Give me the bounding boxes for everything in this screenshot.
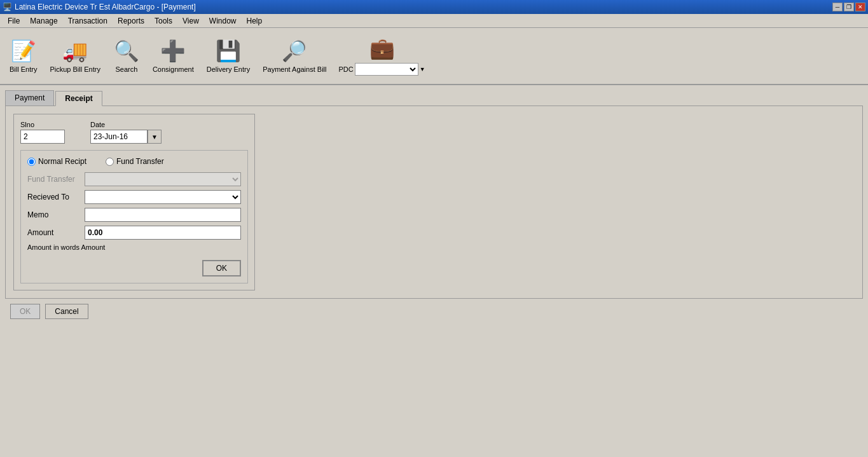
- amount-input[interactable]: [85, 226, 241, 240]
- date-picker-button[interactable]: ▼: [148, 130, 162, 144]
- restore-button[interactable]: ❐: [844, 3, 854, 11]
- consignment-label: Consignment: [153, 65, 194, 73]
- date-field: ▼: [90, 130, 162, 144]
- bottom-bar: OK Cancel: [5, 299, 863, 324]
- slno-label: Slno: [20, 121, 65, 128]
- slno-input[interactable]: [20, 130, 65, 144]
- toolbar-btn-consignment[interactable]: ➕ Consignment: [147, 32, 200, 80]
- payment-against-bill-icon: 🔎: [282, 39, 307, 63]
- title-bar-controls: ─ ❐ ✕: [832, 3, 865, 11]
- tab-payment[interactable]: Payment: [5, 90, 54, 106]
- memo-row: Memo: [27, 208, 241, 222]
- recieved-to-row: Recieved To: [27, 190, 241, 204]
- pdc-inner: PDC ▼: [338, 63, 425, 76]
- menu-item-file[interactable]: File: [3, 15, 25, 27]
- title-bar-left: 🖥️ Latina Electric Device Tr Est AlbadrC…: [3, 3, 196, 11]
- tab-content: Slno Date ▼: [5, 106, 863, 299]
- date-label: Date: [90, 121, 162, 128]
- menu-bar: FileManageTransactionReportsToolsViewWin…: [0, 14, 868, 28]
- title-bar: 🖥️ Latina Electric Device Tr Est AlbadrC…: [0, 0, 868, 14]
- memo-input[interactable]: [85, 208, 241, 222]
- menu-item-transaction[interactable]: Transaction: [63, 15, 113, 27]
- form-panel: Slno Date ▼: [13, 114, 255, 290]
- bill-entry-label: Bill Entry: [10, 65, 37, 73]
- radio-normal[interactable]: Normal Recipt: [27, 157, 86, 166]
- amount-row: Amount: [27, 226, 241, 240]
- radio-fund-label: Fund Transfer: [116, 157, 164, 166]
- main-content: Payment Receipt Slno Date ▼: [0, 85, 868, 457]
- amount-label: Amount: [27, 228, 85, 237]
- toolbar-pdc-area: 💼 PDC ▼: [333, 32, 430, 80]
- cancel-button[interactable]: Cancel: [45, 304, 88, 319]
- pdc-select[interactable]: [355, 63, 418, 76]
- pickup-bill-entry-label: Pickup Bill Entry: [50, 65, 100, 73]
- date-input[interactable]: [90, 130, 148, 144]
- amount-words-value: Amount: [81, 243, 105, 251]
- radio-fund-input[interactable]: [106, 158, 114, 166]
- memo-label: Memo: [27, 210, 85, 219]
- header-row: Slno Date ▼: [20, 121, 248, 144]
- search-icon: 🔍: [114, 39, 139, 63]
- tab-container: Payment Receipt Slno Date ▼: [5, 90, 863, 299]
- toolbar-btn-payment-against-bill[interactable]: 🔎 Payment Against Bill: [257, 32, 332, 80]
- pdc-icon: 💼: [369, 36, 395, 60]
- consignment-icon: ➕: [160, 39, 186, 63]
- menu-item-manage[interactable]: Manage: [25, 15, 62, 27]
- menu-item-tools[interactable]: Tools: [149, 15, 177, 27]
- pdc-arrow-icon: ▼: [420, 66, 425, 72]
- delivery-entry-label: Delivery Entry: [207, 65, 250, 73]
- form-ok-row: OK: [27, 260, 241, 276]
- payment-against-bill-label: Payment Against Bill: [263, 65, 326, 73]
- toolbar: 📝 Bill Entry 🚚 Pickup Bill Entry 🔍 Searc…: [0, 28, 868, 85]
- toolbar-btn-search[interactable]: 🔍 Search: [107, 32, 146, 80]
- delivery-entry-icon: 💾: [216, 39, 241, 63]
- inner-form-box: Normal Recipt Fund Transfer Fund Transfe…: [20, 150, 248, 283]
- pdc-label: PDC: [338, 65, 353, 73]
- form-ok-button[interactable]: OK: [202, 260, 241, 276]
- radio-normal-input[interactable]: [27, 158, 36, 166]
- app-icon: 🖥️: [3, 3, 12, 11]
- menu-item-reports[interactable]: Reports: [113, 15, 149, 27]
- ok-button: OK: [10, 304, 40, 319]
- recieved-to-label: Recieved To: [27, 193, 85, 201]
- window-title: Latina Electric Device Tr Est AlbadrCarg…: [15, 3, 196, 11]
- menu-item-window[interactable]: Window: [204, 15, 242, 27]
- tab-list: Payment Receipt: [5, 90, 863, 106]
- menu-item-view[interactable]: View: [177, 15, 204, 27]
- radio-group: Normal Recipt Fund Transfer: [27, 157, 241, 166]
- amount-words-row: Amount in words Amount: [27, 243, 241, 251]
- pickup-bill-entry-icon: 🚚: [62, 39, 88, 63]
- radio-normal-label: Normal Recipt: [38, 157, 86, 166]
- slno-group: Slno: [20, 121, 65, 144]
- menu-item-help[interactable]: Help: [242, 15, 268, 27]
- search-label: Search: [115, 65, 137, 73]
- recieved-to-select[interactable]: [85, 190, 241, 204]
- fund-transfer-select: [85, 172, 241, 186]
- toolbar-btn-pickup-bill-entry[interactable]: 🚚 Pickup Bill Entry: [44, 32, 106, 80]
- toolbar-btn-bill-entry[interactable]: 📝 Bill Entry: [4, 32, 43, 80]
- radio-fund[interactable]: Fund Transfer: [106, 157, 164, 166]
- date-group: Date ▼: [90, 121, 162, 144]
- close-button[interactable]: ✕: [855, 3, 865, 11]
- amount-words-label: Amount in words: [27, 243, 79, 251]
- fund-transfer-row: Fund Transfer: [27, 172, 241, 186]
- toolbar-btn-delivery-entry[interactable]: 💾 Delivery Entry: [201, 32, 256, 80]
- tab-receipt[interactable]: Receipt: [55, 91, 102, 106]
- bill-entry-icon: 📝: [11, 39, 36, 63]
- minimize-button[interactable]: ─: [832, 3, 843, 11]
- fund-transfer-label: Fund Transfer: [27, 175, 85, 184]
